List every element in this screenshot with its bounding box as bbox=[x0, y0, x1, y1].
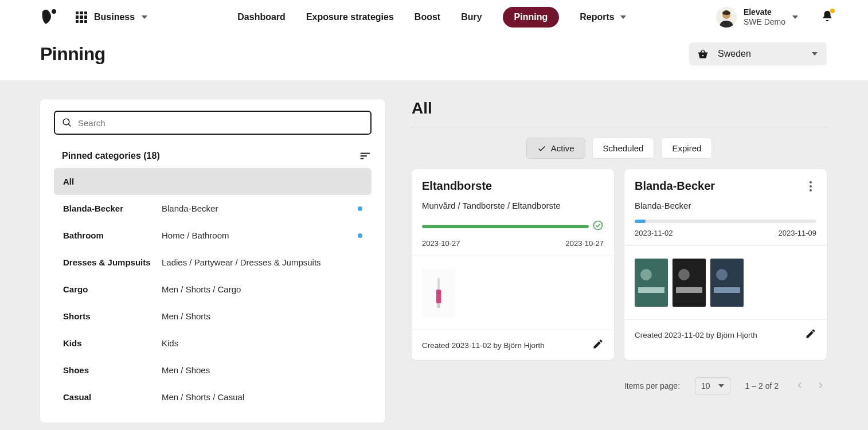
nav-exposure-strategies[interactable]: Exposure strategies bbox=[306, 12, 394, 22]
progress-bar bbox=[422, 225, 589, 228]
card-title: Eltandborste bbox=[422, 179, 492, 193]
chevron-right-icon bbox=[815, 380, 827, 391]
categories-panel: Pinned categories (18) AllBlanda-BeckerB… bbox=[40, 99, 385, 423]
user-menu[interactable]: Elevate SWE Demo bbox=[716, 7, 798, 28]
sort-button[interactable] bbox=[359, 150, 372, 162]
tab-label: Active bbox=[551, 143, 574, 153]
page-size-select[interactable]: 10 bbox=[695, 377, 730, 394]
svg-rect-9 bbox=[672, 259, 706, 307]
workspace-label: Business bbox=[94, 12, 135, 22]
card-created: Created 2023-11-02 by Björn Hjorth bbox=[635, 331, 757, 339]
nav-label: Exposure strategies bbox=[306, 12, 394, 22]
product-thumb bbox=[422, 269, 455, 317]
categories-header: Pinned categories (18) bbox=[62, 150, 372, 162]
apps-icon bbox=[76, 11, 87, 23]
tab-expired[interactable]: Expired bbox=[661, 138, 712, 159]
main-nav: Dashboard Exposure strategies Boost Bury… bbox=[147, 7, 716, 28]
tab-label: Expired bbox=[672, 143, 701, 153]
end-date: 2023-10-27 bbox=[566, 239, 604, 248]
card-subtitle: Blanda-Becker bbox=[635, 201, 816, 210]
market-selector[interactable]: Sweden bbox=[689, 42, 827, 65]
category-row[interactable]: ShoesMen / Shoes bbox=[54, 357, 372, 384]
nav-label: Dashboard bbox=[237, 12, 286, 22]
category-row[interactable]: All bbox=[54, 168, 372, 195]
category-row[interactable]: CasualMen / Shorts / Casual bbox=[54, 384, 372, 411]
card-menu-button[interactable] bbox=[805, 181, 816, 191]
svg-point-2 bbox=[594, 221, 603, 230]
search-box[interactable] bbox=[54, 111, 372, 135]
category-row[interactable]: ShortsMen / Shorts bbox=[54, 303, 372, 330]
nav-dashboard[interactable]: Dashboard bbox=[237, 12, 286, 22]
category-row[interactable]: BathroomHome / Bathroom bbox=[54, 222, 372, 249]
categories-count: Pinned categories (18) bbox=[62, 151, 160, 161]
tab-label: Scheduled bbox=[603, 143, 644, 153]
category-name: All bbox=[63, 177, 162, 186]
category-path: Men / Shoes bbox=[162, 365, 358, 375]
sort-icon bbox=[359, 150, 372, 162]
page-size-value: 10 bbox=[701, 381, 710, 390]
category-row[interactable]: CargoMen / Shorts / Cargo bbox=[54, 276, 372, 303]
chevron-down-icon bbox=[620, 15, 626, 19]
avatar bbox=[716, 7, 737, 28]
svg-rect-10 bbox=[676, 287, 702, 293]
check-icon bbox=[537, 144, 546, 153]
nav-boost[interactable]: Boost bbox=[415, 12, 440, 22]
progress-bar bbox=[635, 220, 816, 223]
product-thumb bbox=[672, 259, 706, 307]
tab-scheduled[interactable]: Scheduled bbox=[592, 138, 655, 159]
chevron-down-icon bbox=[142, 15, 147, 19]
workspace-switcher[interactable]: Business bbox=[76, 11, 147, 23]
nav-label: Boost bbox=[415, 12, 440, 22]
notifications-button[interactable] bbox=[821, 10, 834, 25]
pencil-icon bbox=[592, 338, 604, 350]
scheduled-dot bbox=[358, 206, 362, 211]
top-bar: Business Dashboard Exposure strategies B… bbox=[0, 0, 868, 34]
category-name: Kids bbox=[63, 338, 162, 348]
category-path: Men / Shorts / Casual bbox=[162, 392, 358, 402]
category-row[interactable]: Blanda-BeckerBlanda-Becker bbox=[54, 195, 372, 222]
category-path: Men / Shorts / Cargo bbox=[162, 284, 358, 294]
card-title: Blanda-Becker bbox=[635, 179, 715, 193]
nav-label: Bury bbox=[461, 12, 482, 22]
edit-button[interactable] bbox=[805, 328, 816, 342]
prev-page-button[interactable] bbox=[793, 380, 805, 393]
categories-list: AllBlanda-BeckerBlanda-BeckerBathroomHom… bbox=[54, 168, 372, 411]
category-name: Dresses & Jumpsuits bbox=[63, 257, 162, 267]
chevron-down-icon bbox=[812, 52, 818, 56]
user-name: Elevate bbox=[744, 7, 785, 17]
nav-reports[interactable]: Reports bbox=[580, 12, 625, 22]
start-date: 2023-11-02 bbox=[635, 229, 673, 237]
svg-rect-6 bbox=[635, 259, 668, 307]
category-name: Shoes bbox=[63, 365, 162, 375]
chevron-down-icon bbox=[718, 384, 724, 388]
nav-pinning[interactable]: Pinning bbox=[503, 7, 560, 28]
complete-icon bbox=[592, 220, 604, 233]
notification-dot bbox=[830, 9, 835, 13]
market-name: Sweden bbox=[718, 49, 751, 59]
product-thumb bbox=[635, 259, 668, 307]
svg-rect-12 bbox=[710, 259, 744, 307]
tab-active[interactable]: Active bbox=[526, 138, 585, 159]
pager-range: 1 – 2 of 2 bbox=[745, 381, 779, 390]
category-name: Blanda-Becker bbox=[63, 204, 162, 213]
svg-rect-4 bbox=[436, 290, 441, 303]
category-path: Home / Bathroom bbox=[162, 230, 358, 240]
category-row[interactable]: Dresses & JumpsuitsLadies / Partywear / … bbox=[54, 249, 372, 276]
category-path: Kids bbox=[162, 338, 358, 348]
category-path: Ladies / Partywear / Dresses & Jumpsuits bbox=[162, 257, 358, 267]
chevron-down-icon bbox=[792, 15, 798, 19]
chevron-left-icon bbox=[793, 380, 805, 391]
scheduled-dot bbox=[358, 233, 362, 238]
category-row[interactable]: KidsKids bbox=[54, 330, 372, 357]
nav-label: Pinning bbox=[514, 12, 548, 22]
edit-button[interactable] bbox=[592, 338, 604, 352]
nav-label: Reports bbox=[580, 12, 614, 22]
card-created: Created 2023-11-02 by Björn Hjorth bbox=[422, 341, 545, 350]
basket-icon bbox=[697, 48, 709, 60]
user-text: Elevate SWE Demo bbox=[744, 7, 785, 27]
search-input[interactable] bbox=[78, 118, 363, 128]
category-path: Blanda-Becker bbox=[162, 204, 358, 213]
nav-bury[interactable]: Bury bbox=[461, 12, 482, 22]
next-page-button[interactable] bbox=[815, 380, 827, 393]
logo bbox=[40, 8, 58, 26]
